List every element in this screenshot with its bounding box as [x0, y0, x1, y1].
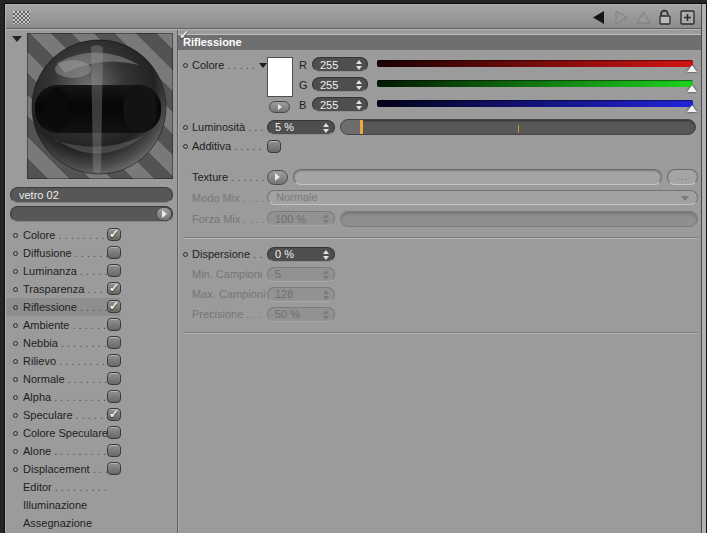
anim-marker-icon[interactable] — [183, 63, 188, 68]
channel-diffusione[interactable]: Diffusione . . . . . . — [6, 244, 177, 262]
dots: . . . . . . . . . — [54, 391, 106, 403]
channel-assegnazione[interactable]: Assegnazione — [6, 514, 177, 532]
r-label: R — [299, 59, 312, 71]
precisione-label: Precisione — [192, 308, 243, 320]
channel-checkbox[interactable] — [107, 228, 121, 241]
channel-checkbox[interactable] — [107, 408, 121, 421]
dispersione-label: Dispersione — [192, 248, 250, 260]
channel-trasparenza[interactable]: Trasparenza . . . . — [6, 280, 177, 298]
channel-marker-icon — [13, 287, 18, 292]
channel-marker-icon — [13, 341, 18, 346]
channel-rilievo[interactable]: Rilievo . . . . . . . . — [6, 352, 177, 370]
anim-marker-icon[interactable] — [183, 144, 188, 149]
channel-checkbox[interactable] — [107, 336, 121, 349]
color-label-group[interactable]: Colore . . . . . — [183, 59, 267, 71]
material-preview[interactable] — [27, 33, 173, 179]
texture-browse-button[interactable]: ... — [667, 169, 698, 185]
channel-checkbox[interactable] — [107, 246, 121, 259]
additiva-checkbox[interactable] — [267, 140, 281, 153]
b-slider[interactable] — [377, 100, 693, 109]
precisione-value: 50 % — [275, 308, 300, 320]
color-swatch[interactable] — [267, 57, 293, 97]
channel-label: Assegnazione — [23, 517, 92, 529]
spinner-arrows-icon — [323, 214, 329, 224]
sidebar: Colore . . . . . . . . . Diffusione . . … — [6, 30, 178, 533]
layer-popup-button[interactable] — [156, 207, 172, 221]
drag-grip-icon[interactable] — [13, 11, 30, 24]
max-campioni-value: 128 — [275, 288, 293, 300]
channel-checkbox[interactable] — [107, 354, 121, 367]
color-expand-arrow-icon[interactable] — [259, 63, 267, 68]
channel-label: Illuminazione — [23, 499, 87, 511]
channel-checkbox[interactable] — [107, 462, 121, 475]
luminosita-spinner[interactable]: 5 % — [267, 120, 335, 135]
channel-nebbia[interactable]: Nebbia . . . . . . . . — [6, 334, 177, 352]
channel-alpha[interactable]: Alpha . . . . . . . . . — [6, 388, 177, 406]
channel-alone[interactable]: Alone . . . . . . . . . — [6, 442, 177, 460]
max-campioni-spinner: 128 — [267, 287, 335, 302]
channel-colore-speculare[interactable]: Colore Speculare — [6, 424, 177, 442]
channel-checkbox[interactable] — [107, 372, 121, 385]
channel-displacement[interactable]: Displacement . . . — [6, 460, 177, 478]
anim-marker-icon[interactable] — [183, 252, 188, 257]
color-label: Colore — [192, 59, 224, 71]
b-slider-handle-icon[interactable] — [687, 105, 697, 112]
channel-checkbox[interactable] — [107, 264, 121, 277]
dots: . . . . — [87, 283, 108, 295]
channel-riflessione[interactable]: Riflessione . . . . . — [6, 298, 177, 316]
layer-field[interactable] — [10, 206, 173, 222]
dots: . . . . — [243, 213, 264, 225]
title-bar[interactable] — [6, 5, 701, 29]
dots: . . . . . — [227, 59, 255, 71]
spinner-arrows-icon[interactable] — [323, 123, 329, 133]
channel-label: Normale — [23, 373, 65, 385]
spinner-arrows-icon[interactable] — [356, 60, 362, 70]
channel-marker-icon — [13, 305, 18, 310]
luminosita-slider-handle[interactable] — [360, 120, 363, 134]
channel-checkbox[interactable] — [107, 444, 121, 457]
dispersione-value: 0 % — [275, 248, 294, 260]
channel-checkbox[interactable] — [107, 300, 121, 313]
luminosita-slider[interactable] — [340, 119, 696, 135]
luminosita-value: 5 % — [275, 121, 294, 133]
preview-menu-arrow-icon[interactable] — [12, 36, 22, 42]
channel-illuminazione[interactable]: Illuminazione — [6, 496, 177, 514]
spinner-arrows-icon[interactable] — [356, 80, 362, 90]
channel-speculare[interactable]: Speculare . . . . . . — [6, 406, 177, 424]
g-spinner[interactable]: 255 — [312, 77, 368, 92]
forward-icon — [613, 9, 629, 25]
g-slider[interactable] — [377, 80, 693, 89]
color-popup-button[interactable] — [269, 101, 290, 113]
texture-field[interactable] — [293, 169, 662, 185]
add-icon[interactable] — [679, 9, 695, 25]
lock-icon[interactable] — [657, 9, 673, 25]
channel-label: Alpha — [23, 391, 51, 403]
g-slider-handle-icon[interactable] — [687, 85, 697, 92]
material-name-input[interactable] — [10, 187, 173, 203]
spinner-arrows-icon[interactable] — [323, 250, 329, 260]
channel-normale[interactable]: Normale . . . . . . . — [6, 370, 177, 388]
channel-colore[interactable]: Colore . . . . . . . . . — [6, 226, 177, 244]
back-icon[interactable] — [591, 9, 607, 25]
channel-checkbox[interactable] — [107, 282, 121, 295]
spinner-arrows-icon[interactable] — [356, 100, 362, 110]
channel-editor[interactable]: Editor . . . . . . . . . — [6, 478, 177, 496]
channel-checkbox[interactable] — [107, 426, 121, 439]
channel-label: Colore Speculare — [23, 427, 108, 439]
b-spinner[interactable]: 255 — [312, 97, 368, 112]
channel-ambiente[interactable]: Ambiente . . . . . . — [6, 316, 177, 334]
r-spinner[interactable]: 255 — [312, 57, 368, 72]
channel-checkbox[interactable] — [107, 390, 121, 403]
channel-luminanza[interactable]: Luminanza . . . . . — [6, 262, 177, 280]
modo-mix-label: Modo Mix — [192, 192, 240, 204]
texture-popup-button[interactable] — [267, 170, 288, 185]
r-slider[interactable] — [377, 60, 693, 69]
window-right-edge — [701, 4, 707, 533]
dispersione-spinner[interactable]: 0 % — [267, 247, 335, 262]
min-campioni-label: Min. Campioni — [192, 268, 262, 280]
g-value: 255 — [320, 79, 338, 91]
anim-marker-icon[interactable] — [183, 125, 188, 130]
channel-checkbox[interactable] — [107, 318, 121, 331]
channel-marker-icon — [13, 413, 18, 418]
r-slider-handle-icon[interactable] — [687, 65, 697, 72]
